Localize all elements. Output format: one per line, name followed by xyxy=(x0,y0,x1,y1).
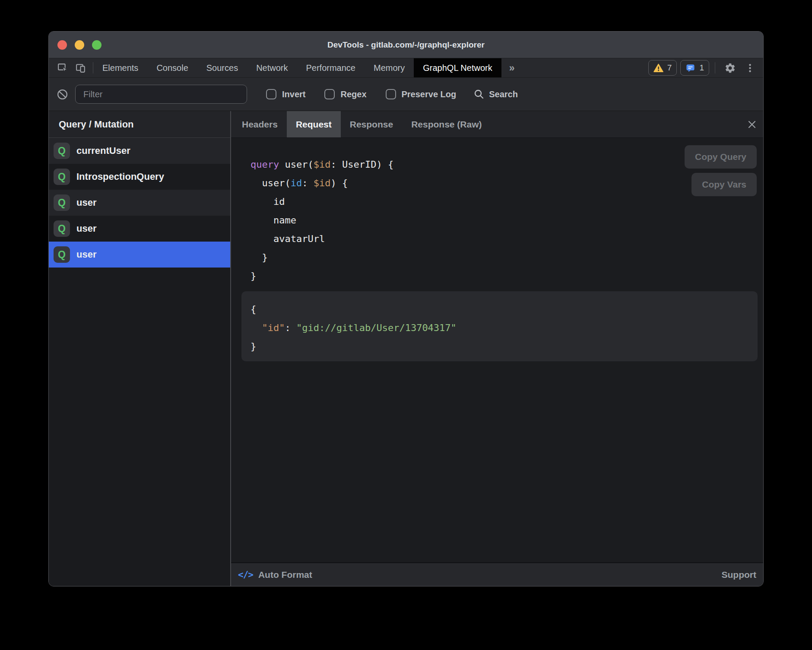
tab-elements[interactable]: Elements xyxy=(93,58,147,77)
query-type-badge: Q xyxy=(54,220,70,237)
query-type-badge: Q xyxy=(54,194,70,211)
list-item-label: user xyxy=(76,223,96,234)
variables-line: } xyxy=(251,337,758,356)
settings-gear-icon[interactable] xyxy=(721,62,739,74)
more-tabs-icon[interactable]: » xyxy=(501,58,523,77)
graphql-query-code: query user($id: UserID) { user(id: $id) … xyxy=(251,155,758,285)
tab-headers[interactable]: Headers xyxy=(233,111,287,137)
filter-bar: Invert Regex Preserve Log Search xyxy=(49,77,763,111)
auto-format-button[interactable]: Auto Format xyxy=(258,570,312,580)
variables-line: "id": "gid://gitlab/User/13704317" xyxy=(251,319,758,337)
preserve-log-checkbox[interactable] xyxy=(386,89,396,99)
title-bar: DevTools - gitlab.com/-/graphql-explorer xyxy=(49,32,763,58)
copy-query-button[interactable]: Copy Query xyxy=(685,145,757,169)
query-type-badge: Q xyxy=(54,143,70,159)
search-control[interactable]: Search xyxy=(473,89,518,100)
tab-console[interactable]: Console xyxy=(147,58,197,77)
code-line: } xyxy=(251,267,758,285)
window-title: DevTools - gitlab.com/-/graphql-explorer xyxy=(49,40,763,50)
tab-network[interactable]: Network xyxy=(247,58,297,77)
device-toolbar-icon[interactable] xyxy=(75,62,87,74)
list-item-introspectionquery[interactable]: Q IntrospectionQuery xyxy=(49,164,230,190)
window-controls xyxy=(57,40,102,50)
close-detail-button[interactable] xyxy=(747,111,757,137)
code-line: avatarUrl xyxy=(251,229,758,248)
regex-checkbox-group: Regex xyxy=(324,89,366,99)
code-line: } xyxy=(251,248,758,267)
regex-label: Regex xyxy=(340,89,366,99)
kebab-menu-icon[interactable] xyxy=(743,63,757,73)
list-item-label: IntrospectionQuery xyxy=(76,171,164,182)
query-type-badge: Q xyxy=(54,169,70,185)
invert-checkbox-group: Invert xyxy=(266,89,305,99)
regex-checkbox[interactable] xyxy=(324,89,335,99)
filter-input[interactable] xyxy=(75,85,247,104)
tab-graphql-network[interactable]: GraphQL Network xyxy=(414,58,501,77)
clear-block-icon[interactable] xyxy=(57,89,68,100)
message-icon xyxy=(685,63,695,73)
invert-label: Invert xyxy=(282,89,305,99)
issues-count: 1 xyxy=(699,63,704,73)
devtools-window: DevTools - gitlab.com/-/graphql-explorer… xyxy=(48,31,764,586)
query-type-badge: Q xyxy=(54,246,70,263)
copy-vars-button[interactable]: Copy Vars xyxy=(691,173,757,196)
detail-footer: </> Auto Format Support xyxy=(231,562,763,586)
detail-panel: Headers Request Response Response (Raw) … xyxy=(231,111,763,586)
tab-memory[interactable]: Memory xyxy=(365,58,414,77)
list-item-label: user xyxy=(76,249,96,260)
detail-tab-bar: Headers Request Response Response (Raw) xyxy=(231,111,763,138)
invert-checkbox[interactable] xyxy=(266,89,276,99)
tab-sources[interactable]: Sources xyxy=(197,58,247,77)
maximize-window-button[interactable] xyxy=(92,40,102,50)
warnings-badge[interactable]: 7 xyxy=(648,60,677,76)
warning-icon xyxy=(653,64,663,73)
content-area: Query / Mutation Q currentUser Q Introsp… xyxy=(49,111,763,586)
query-list-header: Query / Mutation xyxy=(49,111,230,138)
preserve-log-label: Preserve Log xyxy=(402,89,457,99)
issues-badge[interactable]: 1 xyxy=(680,60,709,76)
warnings-count: 7 xyxy=(667,63,672,73)
devtools-toolbar: Elements Console Sources Network Perform… xyxy=(49,58,763,77)
close-icon xyxy=(747,119,757,130)
list-item-label: currentUser xyxy=(76,145,130,156)
list-item-label: user xyxy=(76,197,96,208)
code-line: user(id: $id) { xyxy=(251,174,758,192)
code-line: name xyxy=(251,211,758,229)
list-item-currentuser[interactable]: Q currentUser xyxy=(49,138,230,164)
toolbar-divider xyxy=(715,62,715,73)
list-item-user-2[interactable]: Q user xyxy=(49,216,230,242)
tab-performance[interactable]: Performance xyxy=(297,58,365,77)
variables-line: { xyxy=(251,300,758,319)
code-brackets-icon: </> xyxy=(238,570,253,580)
inspect-element-icon[interactable] xyxy=(57,62,69,74)
query-variables-box: { "id": "gid://gitlab/User/13704317" } xyxy=(241,291,758,361)
code-line: id xyxy=(251,192,758,211)
tab-response[interactable]: Response xyxy=(341,111,402,137)
query-list-panel: Query / Mutation Q currentUser Q Introsp… xyxy=(49,111,230,586)
search-label: Search xyxy=(489,89,518,99)
search-icon xyxy=(473,89,485,100)
support-link[interactable]: Support xyxy=(722,570,756,580)
request-pane: query user($id: UserID) { user(id: $id) … xyxy=(231,138,763,562)
list-item-user-1[interactable]: Q user xyxy=(49,190,230,216)
tab-request[interactable]: Request xyxy=(287,111,341,137)
list-item-user-3-selected[interactable]: Q user xyxy=(49,242,230,268)
code-line: query user($id: UserID) { xyxy=(251,155,758,174)
minimize-window-button[interactable] xyxy=(75,40,84,50)
close-window-button[interactable] xyxy=(57,40,67,50)
tab-response-raw[interactable]: Response (Raw) xyxy=(402,111,491,137)
preserve-log-checkbox-group: Preserve Log xyxy=(386,89,457,99)
